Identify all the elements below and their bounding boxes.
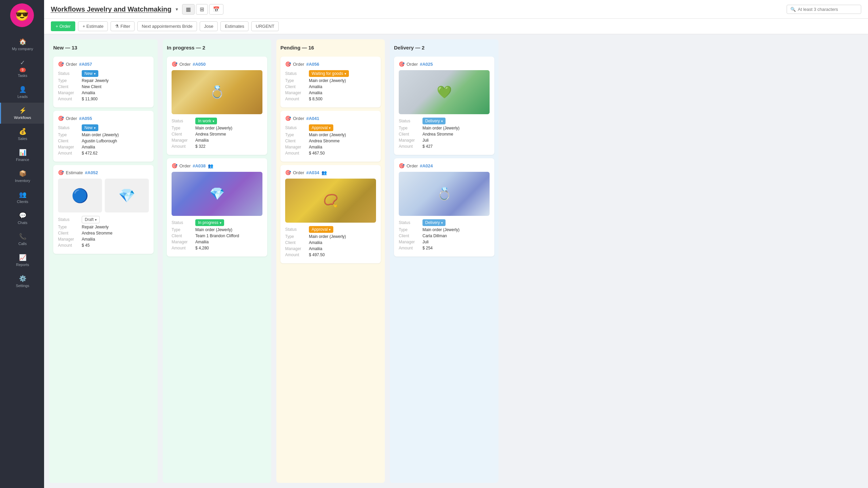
card-id-link[interactable]: #A025 bbox=[420, 62, 433, 67]
status-badge[interactable]: New ▾ bbox=[82, 124, 98, 131]
column-new: New — 13 🎯 Order #A057 Status New ▾ Type… bbox=[49, 39, 158, 483]
card-field-client: Client Amaliia bbox=[285, 240, 376, 245]
field-value: Amaliia bbox=[82, 90, 95, 95]
target-icon: 🎯 bbox=[172, 61, 177, 67]
card-card-a056: 🎯 Order #A056 Status Waiting for goods ▾… bbox=[280, 57, 381, 107]
card-field-amount: Amount $ 8,500 bbox=[285, 97, 376, 101]
tag-bride-button[interactable]: Next appointements Bride bbox=[137, 21, 197, 31]
field-label-status: Status bbox=[58, 71, 82, 76]
sidebar-label-sales: Sales bbox=[18, 137, 27, 141]
search-icon: 🔍 bbox=[790, 7, 796, 12]
tag-estimates-button[interactable]: Estimates bbox=[220, 21, 249, 31]
search-input[interactable] bbox=[798, 7, 852, 12]
field-value: Main order (Jewerly) bbox=[195, 227, 232, 232]
status-badge[interactable]: New ▾ bbox=[82, 70, 98, 77]
view-bar-btn[interactable]: ▦ bbox=[182, 4, 195, 15]
field-value: $ 497.50 bbox=[309, 252, 325, 257]
card-field-manager: Manager Amaliia bbox=[172, 240, 262, 244]
sidebar-item-tasks[interactable]: ✓ 9 Tasks bbox=[0, 55, 44, 82]
field-label: Client bbox=[172, 233, 195, 238]
sidebar-label-settings: Settings bbox=[16, 284, 29, 288]
card-header-card-a034: 🎯 Order #A034 👥 bbox=[285, 170, 376, 175]
card-card-a052: 🎯 Estimate #A052 🔵 💎 Status Draft ▾ Type… bbox=[53, 165, 154, 254]
sidebar-item-settings[interactable]: ⚙️ Settings bbox=[0, 271, 44, 292]
estimate-button[interactable]: + Estimate bbox=[78, 21, 108, 31]
sidebar-item-sales[interactable]: 💰 Sales bbox=[0, 124, 44, 145]
card-id-link[interactable]: #A038 bbox=[193, 163, 205, 168]
field-label: Manager bbox=[285, 90, 309, 95]
card-card-a055: 🎯 Order #A055 Status New ▾ Type Main ord… bbox=[53, 111, 154, 162]
card-type-label: Order bbox=[66, 62, 77, 67]
field-label: Type bbox=[58, 133, 82, 137]
card-id-link[interactable]: #A056 bbox=[306, 62, 319, 67]
field-label: Client bbox=[285, 240, 309, 245]
field-value: Amaliia bbox=[82, 237, 95, 242]
sidebar-item-clients[interactable]: 👥 Clients bbox=[0, 187, 44, 208]
field-label: Manager bbox=[399, 138, 422, 143]
main-content: Workflows Jewelry and Watchmaking ▾ ▦ ⊞ … bbox=[44, 0, 868, 488]
view-calendar-btn[interactable]: 📅 bbox=[209, 4, 223, 15]
field-label-status: Status bbox=[58, 217, 82, 222]
status-badge[interactable]: Delivery ▾ bbox=[422, 118, 446, 124]
search-box[interactable]: 🔍 bbox=[787, 5, 861, 14]
card-id-link[interactable]: #A057 bbox=[79, 62, 92, 67]
field-value: Amaliia bbox=[309, 90, 322, 95]
sidebar-label-chats: Chats bbox=[18, 221, 27, 225]
field-value: Repair Jewerly bbox=[82, 78, 108, 83]
target-icon: 🎯 bbox=[285, 116, 291, 121]
status-badge[interactable]: Approval ▾ bbox=[309, 124, 333, 131]
sidebar-item-leads[interactable]: 👤 Leads bbox=[0, 82, 44, 103]
field-value: Juli bbox=[422, 240, 429, 244]
inventory-icon: 📦 bbox=[19, 170, 26, 177]
card-field-type: Type Repair Jewerly bbox=[58, 225, 149, 229]
card-field-manager: Manager Juli bbox=[399, 240, 490, 244]
card-id-link[interactable]: #A034 bbox=[306, 170, 319, 175]
badge-chevron-icon: ▾ bbox=[95, 218, 97, 222]
sidebar-item-my-company[interactable]: 🏠 My company bbox=[0, 34, 44, 55]
field-label: Client bbox=[172, 132, 195, 137]
sidebar-item-reports[interactable]: 📈 Reports bbox=[0, 250, 44, 271]
field-value: $ 254 bbox=[422, 246, 433, 250]
order-button[interactable]: + Order bbox=[51, 21, 75, 31]
sidebar-item-calls[interactable]: 📞 Calls bbox=[0, 229, 44, 250]
column-header-pending: Pending — 16 bbox=[280, 43, 381, 53]
tag-jose-button[interactable]: Jose bbox=[200, 21, 218, 31]
card-id-link[interactable]: #A052 bbox=[85, 170, 98, 175]
status-badge[interactable]: Delivery ▾ bbox=[422, 219, 446, 226]
status-badge[interactable]: In work ▾ bbox=[195, 118, 217, 124]
card-image: 💚 bbox=[399, 70, 490, 114]
field-label: Type bbox=[399, 227, 422, 232]
status-badge[interactable]: Approval ▾ bbox=[309, 226, 333, 233]
status-badge[interactable]: In progress ▾ bbox=[195, 219, 224, 226]
card-header-card-a050: 🎯 Order #A050 bbox=[172, 61, 262, 67]
card-id-link[interactable]: #A055 bbox=[79, 116, 92, 121]
card-field-type: Type Main order (Jewerly) bbox=[285, 133, 376, 137]
status-badge[interactable]: Waiting for goods ▾ bbox=[309, 70, 349, 77]
status-badge[interactable]: Draft ▾ bbox=[82, 216, 100, 223]
column-header-inprogress: In progress — 2 bbox=[167, 43, 267, 53]
sidebar-item-workflows[interactable]: ⚡ Workflows bbox=[0, 103, 44, 124]
field-value: Amaliia bbox=[82, 145, 95, 149]
card-field-client: Client Andrea Stromme bbox=[58, 231, 149, 236]
tag-urgent-button[interactable]: URGENT bbox=[251, 21, 279, 31]
card-id-link[interactable]: #A041 bbox=[306, 116, 319, 121]
card-id-link[interactable]: #A024 bbox=[420, 163, 433, 168]
avatar[interactable]: 😎 bbox=[10, 3, 34, 27]
estimate-img-2: 💎 bbox=[105, 179, 149, 212]
card-field-type: Type Main order (Jewerly) bbox=[285, 234, 376, 239]
field-label: Amount bbox=[58, 97, 82, 101]
sidebar-item-chats[interactable]: 💬 Chats bbox=[0, 208, 44, 229]
field-value: Andrea Stromme bbox=[422, 132, 453, 137]
finance-icon: 📊 bbox=[19, 149, 26, 156]
card-type-label: Order bbox=[293, 170, 304, 175]
card-type-label: Order bbox=[179, 163, 191, 168]
card-id-link[interactable]: #A050 bbox=[193, 62, 205, 67]
field-label: Client bbox=[399, 132, 422, 137]
field-label: Amount bbox=[58, 151, 82, 156]
filter-button[interactable]: ⚗ Filter bbox=[111, 21, 135, 31]
card-field-status: Status New ▾ bbox=[58, 124, 149, 131]
sidebar-item-inventory[interactable]: 📦 Inventory bbox=[0, 166, 44, 187]
field-value: $ 8,500 bbox=[309, 97, 322, 101]
sidebar-item-finance[interactable]: 📊 Finance bbox=[0, 145, 44, 166]
view-grid-btn[interactable]: ⊞ bbox=[196, 4, 208, 15]
